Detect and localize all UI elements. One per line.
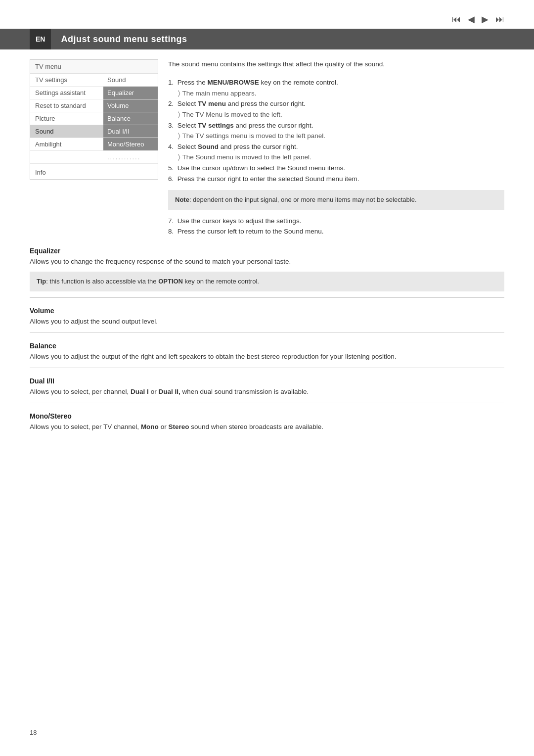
- step-4: 4. Select Sound and press the cursor rig…: [168, 142, 504, 163]
- menu-left-empty: [30, 151, 103, 163]
- prev-icon[interactable]: ◀: [468, 14, 475, 25]
- volume-body: Allows you to adjust the sound output le…: [30, 317, 504, 327]
- step-1-sub: 〉 The main menu appears.: [168, 88, 504, 99]
- content-area: TV menu TV settings Sound Settings assis…: [30, 59, 504, 432]
- section-equalizer: Equalizer Allows you to change the frequ…: [30, 247, 504, 291]
- menu-row: Ambilight Mono/Stereo: [30, 138, 158, 151]
- step-1: 1. Press the MENU/BROWSE key on the remo…: [168, 77, 504, 98]
- menu-row: Reset to standard Volume: [30, 99, 158, 112]
- menu-row-sound: Sound Dual I/II: [30, 125, 158, 138]
- skip-back-icon[interactable]: ⏮: [452, 14, 461, 25]
- next-icon[interactable]: ▶: [482, 14, 489, 25]
- step-3-sub: 〉 The TV settings menu is moved to the l…: [168, 131, 504, 142]
- step-3: 3. Select TV settings and press the curs…: [168, 120, 504, 142]
- menu-info: Info: [30, 166, 158, 179]
- section-mono-stereo: Mono/Stereo Allows you to select, per TV…: [30, 412, 504, 432]
- tip-box-equalizer: Tip: this function is also accessible vi…: [30, 272, 504, 291]
- menu-row: Settings assistant Equalizer: [30, 87, 158, 99]
- right-content: The sound menu contains the settings tha…: [168, 59, 504, 237]
- step-2: 2. Select TV menu and press the cursor r…: [168, 98, 504, 120]
- step-7: 7. Use the cursor keys to adjust the set…: [168, 216, 504, 227]
- section-balance: Balance Allows you to adjust the output …: [30, 342, 504, 362]
- language-badge: EN: [30, 29, 51, 49]
- page-title: Adjust sound menu settings: [61, 34, 187, 45]
- skip-forward-icon[interactable]: ⏭: [495, 14, 504, 25]
- section-volume: Volume Allows you to adjust the sound ou…: [30, 307, 504, 327]
- mono-stereo-title: Mono/Stereo: [30, 412, 504, 420]
- note-box: Note: dependent on the input signal, one…: [168, 190, 504, 210]
- menu-row: Picture Balance: [30, 112, 158, 125]
- menu-right-volume: Volume: [103, 99, 158, 112]
- equalizer-body: Allows you to change the frequency respo…: [30, 257, 504, 267]
- menu-left-picture: Picture: [30, 112, 103, 125]
- mono-stereo-body: Allows you to select, per TV channel, Mo…: [30, 422, 504, 432]
- divider-2: [30, 332, 504, 333]
- divider-4: [30, 403, 504, 403]
- step-6: 6. Press the cursor right to enter the s…: [168, 174, 504, 185]
- page-number: 18: [30, 729, 37, 736]
- step-4-sub: 〉 The Sound menu is moved to the left pa…: [168, 152, 504, 163]
- balance-title: Balance: [30, 342, 504, 350]
- menu-left-sound: Sound: [30, 125, 103, 138]
- full-content: Equalizer Allows you to change the frequ…: [30, 247, 504, 432]
- menu-row: TV settings Sound: [30, 74, 158, 87]
- menu-right-mono: Mono/Stereo: [103, 138, 158, 150]
- menu-right-balance: Balance: [103, 112, 158, 125]
- menu-right-dots: ............: [103, 151, 158, 163]
- step-5: 5. Use the cursor up/down to select the …: [168, 163, 504, 174]
- tv-menu-title: TV menu: [30, 60, 158, 74]
- balance-body: Allows you to adjust the output of the r…: [30, 352, 504, 362]
- menu-right-equalizer: Equalizer: [103, 87, 158, 99]
- step-2-sub: 〉 The TV Menu is moved to the left.: [168, 109, 504, 120]
- volume-title: Volume: [30, 307, 504, 315]
- equalizer-title: Equalizer: [30, 247, 504, 255]
- menu-row: ............: [30, 151, 158, 164]
- divider-1: [30, 297, 504, 298]
- menu-right-sound: Sound: [103, 74, 158, 86]
- step-8: 8. Press the cursor left to return to th…: [168, 226, 504, 237]
- intro-text: The sound menu contains the settings tha…: [168, 59, 504, 69]
- nav-icons: ⏮ ◀ ▶ ⏭: [452, 14, 504, 25]
- tv-menu-panel: TV menu TV settings Sound Settings assis…: [30, 59, 158, 180]
- dual-title: Dual I/II: [30, 377, 504, 385]
- menu-left-ambilight: Ambilight: [30, 138, 103, 150]
- menu-left-reset: Reset to standard: [30, 99, 103, 112]
- menu-left-tv-settings: TV settings: [30, 74, 103, 86]
- menu-left-settings-assistant: Settings assistant: [30, 87, 103, 99]
- section-dual: Dual I/II Allows you to select, per chan…: [30, 377, 504, 397]
- divider-3: [30, 368, 504, 368]
- menu-right-dual: Dual I/II: [103, 125, 158, 138]
- header-bar: EN Adjust sound menu settings: [0, 29, 534, 49]
- dual-body: Allows you to select, per channel, Dual …: [30, 387, 504, 397]
